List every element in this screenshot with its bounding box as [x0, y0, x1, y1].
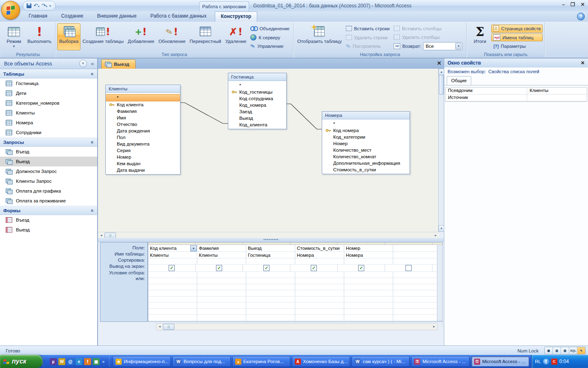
show-checkbox[interactable]: [405, 265, 412, 271]
taskbar-button-2[interactable]: WВопросы для под...: [172, 356, 230, 367]
grid-empty-cell[interactable]: [197, 296, 246, 302]
customize-qat-icon[interactable]: ▾: [49, 3, 51, 9]
field-row[interactable]: Дата выдачи: [106, 167, 180, 173]
scroll-down-icon[interactable]: ▼: [439, 225, 444, 232]
grid-empty-cell[interactable]: [344, 296, 393, 302]
tray-collapse-icon[interactable]: ❮: [543, 359, 549, 365]
grid-table-cell[interactable]: Клиенты: [197, 252, 246, 258]
scroll-left-icon[interactable]: ◄: [98, 233, 104, 238]
grid-or-cell[interactable]: [393, 278, 442, 284]
field-row[interactable]: Фамилия: [106, 108, 180, 114]
grid-or-cell[interactable]: [197, 278, 246, 284]
grid-field-cell[interactable]: [393, 245, 442, 251]
nav-pane-header[interactable]: Все объекты Access ▼ «: [0, 58, 97, 69]
field-dropdown-icon[interactable]: ▼: [190, 245, 197, 251]
ribbon-button[interactable]: К серверу: [248, 34, 292, 42]
nav-item[interactable]: Должности Запрос: [0, 166, 97, 176]
field-row[interactable]: Заезд: [228, 108, 286, 115]
taskbar-button-4[interactable]: AХомоненко Базы д...: [292, 356, 350, 367]
grid-empty-cell[interactable]: [197, 290, 246, 296]
ribbon-button[interactable]: !Выполнить: [25, 23, 53, 50]
ribbon-button[interactable]: ΣИтоги: [468, 23, 491, 50]
start-button[interactable]: пуск: [0, 355, 42, 368]
field-row[interactable]: Количество_мест: [322, 147, 410, 153]
grid-field-cell[interactable]: Код клиента▼: [148, 245, 197, 251]
grid-table-cell[interactable]: Клиенты: [148, 252, 197, 258]
field-row[interactable]: Код сотрудника: [228, 95, 286, 102]
nav-group-header-1[interactable]: Таблицы«: [0, 69, 97, 79]
grid-empty-cell[interactable]: [393, 290, 442, 296]
ribbon-button[interactable]: xyzИмена таблиц: [491, 34, 543, 42]
field-row[interactable]: Код_категории: [322, 134, 410, 140]
grid-or-cell[interactable]: [344, 278, 393, 284]
property-row[interactable]: Источник: [445, 94, 587, 101]
redo-icon[interactable]: ↷▾: [41, 3, 47, 9]
ribbon-button[interactable]: !Создание таблицы: [80, 23, 126, 50]
grid-vertical-scrollbar[interactable]: [437, 245, 443, 321]
nav-menu-chevron-icon[interactable]: ▼: [79, 60, 87, 67]
query-design-surface[interactable]: Клиенты*Код клиентаФамилияИмяОтчествоДат…: [98, 69, 439, 232]
grid-empty-cell[interactable]: [148, 315, 197, 321]
ribbon-tab-4[interactable]: Работа с базами данных: [145, 11, 212, 22]
grid-field-cell[interactable]: Номер: [344, 245, 393, 251]
field-row[interactable]: Отчество: [106, 121, 180, 128]
help-icon[interactable]: ?: [577, 13, 585, 20]
grid-show-cell[interactable]: ✓: [290, 265, 338, 272]
office-button[interactable]: [1, 1, 20, 20]
nav-item[interactable]: Клиенты: [0, 108, 97, 118]
grid-empty-cell[interactable]: [148, 284, 197, 290]
grid-empty-cell[interactable]: [295, 296, 344, 302]
grid-empty-cell[interactable]: [344, 284, 393, 290]
grid-empty-cell[interactable]: [295, 290, 344, 296]
grid-empty-cell[interactable]: [197, 309, 246, 314]
nav-collapse-icon[interactable]: «: [89, 61, 96, 67]
grid-empty-cell[interactable]: [197, 284, 246, 290]
grid-table-cell[interactable]: Номера: [295, 252, 344, 258]
ribbon-button[interactable]: ✎!Обновление: [156, 23, 187, 50]
ribbon-button[interactable]: ✎Управление: [248, 42, 292, 50]
grid-sort-cell[interactable]: [295, 258, 344, 264]
grid-criteria-cell[interactable]: [148, 272, 197, 278]
nav-item[interactable]: Гостиница: [0, 79, 97, 88]
nav-item[interactable]: Выезд: [0, 157, 97, 166]
design-vertical-scrollbar[interactable]: ▲ ▼: [438, 69, 444, 232]
scroll-up-icon[interactable]: ▲: [439, 69, 444, 75]
nav-group-header-2[interactable]: Запросы«: [0, 137, 97, 147]
field-row[interactable]: Номер: [106, 154, 180, 160]
nav-item[interactable]: Дети: [0, 88, 97, 98]
scroll-right-icon[interactable]: ►: [431, 324, 437, 329]
field-row[interactable]: *: [228, 82, 286, 89]
grid-empty-cell[interactable]: [197, 303, 246, 308]
taskbar-button-6[interactable]: ⚿Microsoft Access - ...: [411, 356, 469, 367]
grid-empty-cell[interactable]: [295, 284, 344, 290]
pivottable-view-button[interactable]: ▥: [553, 347, 561, 354]
grid-empty-cell[interactable]: [344, 309, 393, 314]
field-row[interactable]: Вид документа: [106, 141, 180, 147]
grid-empty-cell[interactable]: [393, 303, 442, 308]
grid-or-cell[interactable]: [148, 278, 197, 284]
grid-empty-cell[interactable]: [393, 309, 442, 314]
ribbon-button[interactable]: Режим▼: [2, 23, 25, 50]
field-list-Номера[interactable]: Номера*Код номераКод_категорииНомерКолич…: [322, 111, 410, 174]
datasheet-view-button[interactable]: ▦: [545, 347, 553, 354]
field-row[interactable]: Кем выдан: [106, 160, 180, 167]
document-close-icon[interactable]: ✕: [437, 60, 441, 66]
field-row[interactable]: *: [322, 121, 410, 127]
grid-criteria-cell[interactable]: [246, 272, 295, 278]
ribbon-button[interactable]: Перекрестный: [187, 23, 223, 50]
field-list-title[interactable]: Гостиница: [228, 73, 286, 81]
grid-empty-cell[interactable]: [246, 290, 295, 296]
show-checkbox[interactable]: ✓: [169, 265, 175, 271]
undo-icon[interactable]: ↶▾: [33, 3, 39, 9]
ribbon-button[interactable]: Выборка: [57, 23, 80, 50]
field-list-title[interactable]: Номера: [322, 112, 410, 119]
grid-sort-cell[interactable]: [246, 258, 295, 264]
language-indicator[interactable]: RL: [535, 359, 541, 364]
design-view-button[interactable]: ✎: [577, 347, 585, 354]
scroll-right-icon[interactable]: ►: [433, 233, 439, 238]
ribbon-button[interactable]: +Отобразить таблицу: [295, 23, 344, 50]
ribbon-button[interactable]: +!Добавление: [126, 23, 156, 50]
scrollbar-thumb[interactable]: [439, 75, 444, 94]
field-row[interactable]: Код номера: [322, 127, 410, 134]
grid-criteria-cell[interactable]: [295, 272, 344, 278]
